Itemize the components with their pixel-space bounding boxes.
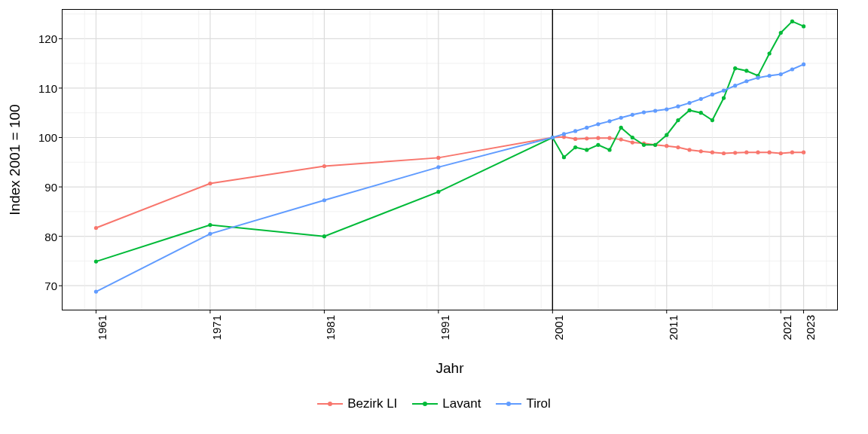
y-tick-label: 80 [44, 230, 57, 243]
series-point [744, 69, 748, 72]
x-tick-label: 2011 [667, 315, 680, 340]
series-point [665, 108, 668, 112]
series-point [573, 145, 577, 149]
series-point [779, 31, 783, 35]
series-point [653, 143, 657, 147]
series-point [596, 136, 600, 140]
legend-item: Lavant [412, 396, 481, 411]
series-point [756, 151, 760, 154]
legend-swatch [412, 398, 438, 410]
series-point [676, 145, 680, 149]
series-point [436, 165, 440, 169]
series-point [779, 72, 783, 76]
series-point [699, 97, 703, 101]
series-point [94, 226, 98, 230]
series-point [699, 111, 703, 115]
series-point [585, 148, 588, 151]
series-point [322, 164, 326, 168]
series-point [208, 223, 212, 227]
series-point [665, 133, 668, 137]
series-point [711, 93, 714, 96]
series-point [322, 198, 326, 202]
series-point [94, 259, 98, 263]
series-point [596, 143, 600, 147]
series-point [676, 118, 680, 122]
series-point [733, 151, 737, 154]
series-point [790, 67, 794, 71]
series-line [96, 64, 803, 292]
series-point [802, 63, 805, 66]
y-axis-title: Index 2001 = 100 [7, 104, 23, 215]
series-point [687, 108, 691, 112]
x-tick-label: 2001 [552, 315, 565, 340]
series-point [585, 126, 588, 130]
series-point [619, 138, 623, 142]
series-point [642, 143, 646, 147]
legend-swatch [496, 398, 521, 410]
series-point [607, 119, 611, 123]
series-point [711, 118, 714, 122]
series-point [551, 136, 555, 139]
legend-item: Bezirk LI [317, 396, 397, 411]
series-point [802, 24, 805, 28]
legend-label: Lavant [442, 396, 481, 411]
series-point [573, 129, 577, 133]
plot-panel [62, 9, 838, 310]
legend-label: Tirol [526, 396, 550, 411]
series-point [631, 113, 634, 117]
series-line [96, 137, 803, 228]
x-tick-label: 1991 [439, 315, 451, 340]
series-point [573, 137, 577, 141]
series-point [779, 151, 783, 155]
series-point [790, 151, 794, 154]
series-point [802, 151, 805, 154]
series-point [322, 234, 326, 238]
y-tick-label: 100 [38, 131, 57, 144]
series-point [607, 148, 611, 151]
series-point [642, 110, 646, 114]
x-tick-label: 1981 [324, 315, 337, 340]
series-point [665, 144, 668, 148]
plot-svg [62, 9, 838, 310]
series-point [208, 232, 212, 236]
series-point [585, 136, 588, 140]
series-point [631, 136, 634, 139]
legend-swatch [317, 398, 343, 410]
series-point [768, 151, 772, 154]
series-point [631, 140, 634, 144]
x-axis-title: Jahr [436, 360, 464, 377]
x-tick-label: 2023 [804, 315, 817, 340]
series-point [768, 51, 772, 55]
series-point [619, 116, 623, 120]
series-point [436, 190, 440, 194]
series-point [722, 96, 726, 99]
series-point [722, 89, 726, 93]
series-point [687, 101, 691, 105]
series-point [687, 148, 691, 151]
series-point [436, 156, 440, 160]
x-tick-label: 1971 [210, 315, 223, 340]
y-tick-label: 110 [38, 81, 57, 94]
series-point [722, 151, 726, 155]
series-point [733, 84, 737, 87]
series-point [733, 66, 737, 70]
series-point [562, 132, 566, 136]
y-tick-label: 90 [44, 181, 57, 194]
series-point [676, 105, 680, 108]
x-tick-label: 1961 [96, 315, 108, 340]
series-point [619, 126, 623, 130]
chart-container: Index 2001 = 100 Jahr 708090100110120 19… [0, 0, 868, 434]
series-point [711, 151, 714, 154]
legend-item: Tirol [496, 396, 550, 411]
series-point [208, 182, 212, 185]
series-point [94, 289, 98, 293]
series-point [756, 76, 760, 80]
series-point [790, 20, 794, 23]
y-tick-label: 120 [38, 32, 57, 45]
series-point [562, 155, 566, 159]
x-tick-label: 2021 [781, 315, 793, 340]
series-point [744, 151, 748, 154]
legend: Bezirk LILavantTirol [0, 396, 868, 412]
series-point [744, 79, 748, 83]
series-point [596, 122, 600, 126]
